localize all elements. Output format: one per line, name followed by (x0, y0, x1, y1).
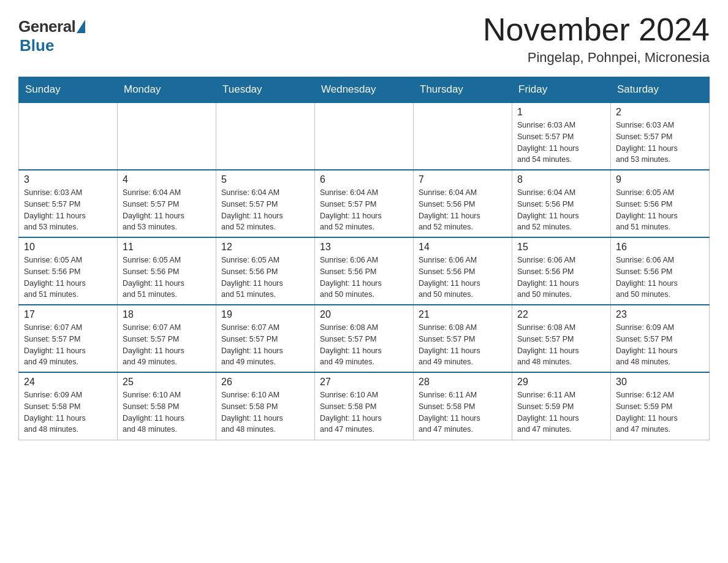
day-number: 26 (221, 377, 309, 388)
day-info: Sunrise: 6:08 AM Sunset: 5:57 PM Dayligh… (419, 322, 507, 368)
day-number: 25 (123, 377, 211, 388)
calendar-cell: 15Sunrise: 6:06 AM Sunset: 5:56 PM Dayli… (512, 237, 611, 305)
calendar-cell: 5Sunrise: 6:04 AM Sunset: 5:57 PM Daylig… (216, 170, 315, 237)
day-number: 9 (616, 174, 704, 185)
calendar-week-3: 10Sunrise: 6:05 AM Sunset: 5:56 PM Dayli… (19, 237, 710, 305)
calendar-week-4: 17Sunrise: 6:07 AM Sunset: 5:57 PM Dayli… (19, 305, 710, 372)
calendar-cell: 17Sunrise: 6:07 AM Sunset: 5:57 PM Dayli… (19, 305, 118, 372)
calendar-cell: 28Sunrise: 6:11 AM Sunset: 5:58 PM Dayli… (414, 372, 512, 440)
day-info: Sunrise: 6:07 AM Sunset: 5:57 PM Dayligh… (123, 322, 211, 368)
calendar-cell: 6Sunrise: 6:04 AM Sunset: 5:57 PM Daylig… (315, 170, 414, 237)
calendar-cell: 29Sunrise: 6:11 AM Sunset: 5:59 PM Dayli… (512, 372, 611, 440)
day-info: Sunrise: 6:10 AM Sunset: 5:58 PM Dayligh… (320, 389, 408, 435)
calendar-cell: 27Sunrise: 6:10 AM Sunset: 5:58 PM Dayli… (315, 372, 414, 440)
calendar-cell: 20Sunrise: 6:08 AM Sunset: 5:57 PM Dayli… (315, 305, 414, 372)
day-number: 5 (221, 174, 309, 185)
day-info: Sunrise: 6:09 AM Sunset: 5:58 PM Dayligh… (24, 389, 112, 435)
day-info: Sunrise: 6:06 AM Sunset: 5:56 PM Dayligh… (320, 255, 408, 301)
day-number: 7 (419, 174, 507, 185)
calendar-cell: 1Sunrise: 6:03 AM Sunset: 5:57 PM Daylig… (512, 102, 611, 170)
day-info: Sunrise: 6:11 AM Sunset: 5:58 PM Dayligh… (419, 389, 507, 435)
day-number: 17 (24, 309, 112, 320)
title-area: November 2024 Pingelap, Pohnpei, Microne… (483, 12, 710, 66)
day-info: Sunrise: 6:03 AM Sunset: 5:57 PM Dayligh… (517, 120, 605, 166)
day-number: 16 (616, 242, 704, 253)
day-number: 27 (320, 377, 408, 388)
day-number: 8 (517, 174, 605, 185)
day-info: Sunrise: 6:04 AM Sunset: 5:57 PM Dayligh… (221, 187, 309, 233)
day-number: 30 (616, 377, 704, 388)
day-info: Sunrise: 6:06 AM Sunset: 5:56 PM Dayligh… (616, 255, 704, 301)
day-info: Sunrise: 6:04 AM Sunset: 5:57 PM Dayligh… (123, 187, 211, 233)
column-header-wednesday: Wednesday (315, 77, 414, 103)
day-number: 6 (320, 174, 408, 185)
day-info: Sunrise: 6:03 AM Sunset: 5:57 PM Dayligh… (24, 187, 112, 233)
calendar-cell: 19Sunrise: 6:07 AM Sunset: 5:57 PM Dayli… (216, 305, 315, 372)
day-info: Sunrise: 6:10 AM Sunset: 5:58 PM Dayligh… (221, 389, 309, 435)
calendar-header-row: SundayMondayTuesdayWednesdayThursdayFrid… (19, 77, 710, 103)
calendar-cell: 12Sunrise: 6:05 AM Sunset: 5:56 PM Dayli… (216, 237, 315, 305)
day-info: Sunrise: 6:06 AM Sunset: 5:56 PM Dayligh… (419, 255, 507, 301)
calendar-cell: 24Sunrise: 6:09 AM Sunset: 5:58 PM Dayli… (19, 372, 118, 440)
day-info: Sunrise: 6:05 AM Sunset: 5:56 PM Dayligh… (221, 255, 309, 301)
day-number: 28 (419, 377, 507, 388)
calendar-week-1: 1Sunrise: 6:03 AM Sunset: 5:57 PM Daylig… (19, 102, 710, 170)
day-number: 15 (517, 242, 605, 253)
calendar-week-2: 3Sunrise: 6:03 AM Sunset: 5:57 PM Daylig… (19, 170, 710, 237)
day-number: 22 (517, 309, 605, 320)
calendar-cell: 30Sunrise: 6:12 AM Sunset: 5:59 PM Dayli… (611, 372, 710, 440)
logo-triangle-icon (77, 20, 85, 33)
calendar-cell (19, 102, 118, 170)
calendar-cell: 11Sunrise: 6:05 AM Sunset: 5:56 PM Dayli… (118, 237, 216, 305)
column-header-monday: Monday (118, 77, 216, 103)
day-info: Sunrise: 6:04 AM Sunset: 5:56 PM Dayligh… (517, 187, 605, 233)
logo: General Blue (18, 17, 85, 55)
calendar-cell: 18Sunrise: 6:07 AM Sunset: 5:57 PM Dayli… (118, 305, 216, 372)
day-info: Sunrise: 6:11 AM Sunset: 5:59 PM Dayligh… (517, 389, 605, 435)
logo-general-text: General (18, 17, 75, 36)
month-title: November 2024 (483, 12, 710, 47)
calendar-cell: 10Sunrise: 6:05 AM Sunset: 5:56 PM Dayli… (19, 237, 118, 305)
day-number: 21 (419, 309, 507, 320)
day-info: Sunrise: 6:06 AM Sunset: 5:56 PM Dayligh… (517, 255, 605, 301)
column-header-sunday: Sunday (19, 77, 118, 103)
column-header-friday: Friday (512, 77, 611, 103)
day-info: Sunrise: 6:04 AM Sunset: 5:56 PM Dayligh… (419, 187, 507, 233)
calendar-cell: 2Sunrise: 6:03 AM Sunset: 5:57 PM Daylig… (611, 102, 710, 170)
day-number: 3 (24, 174, 112, 185)
logo-blue-text: Blue (20, 36, 54, 55)
calendar-cell: 8Sunrise: 6:04 AM Sunset: 5:56 PM Daylig… (512, 170, 611, 237)
calendar-cell: 4Sunrise: 6:04 AM Sunset: 5:57 PM Daylig… (118, 170, 216, 237)
header: General Blue November 2024 Pingelap, Poh… (18, 12, 710, 66)
day-info: Sunrise: 6:03 AM Sunset: 5:57 PM Dayligh… (616, 120, 704, 166)
day-info: Sunrise: 6:07 AM Sunset: 5:57 PM Dayligh… (24, 322, 112, 368)
day-number: 14 (419, 242, 507, 253)
day-info: Sunrise: 6:09 AM Sunset: 5:57 PM Dayligh… (616, 322, 704, 368)
calendar-cell: 21Sunrise: 6:08 AM Sunset: 5:57 PM Dayli… (414, 305, 512, 372)
day-info: Sunrise: 6:10 AM Sunset: 5:58 PM Dayligh… (123, 389, 211, 435)
day-number: 2 (616, 107, 704, 118)
calendar-cell: 13Sunrise: 6:06 AM Sunset: 5:56 PM Dayli… (315, 237, 414, 305)
calendar-cell (118, 102, 216, 170)
calendar-cell: 16Sunrise: 6:06 AM Sunset: 5:56 PM Dayli… (611, 237, 710, 305)
calendar-week-5: 24Sunrise: 6:09 AM Sunset: 5:58 PM Dayli… (19, 372, 710, 440)
calendar-cell: 25Sunrise: 6:10 AM Sunset: 5:58 PM Dayli… (118, 372, 216, 440)
day-info: Sunrise: 6:05 AM Sunset: 5:56 PM Dayligh… (123, 255, 211, 301)
day-number: 13 (320, 242, 408, 253)
calendar-cell (414, 102, 512, 170)
day-number: 12 (221, 242, 309, 253)
day-number: 23 (616, 309, 704, 320)
calendar-cell (315, 102, 414, 170)
calendar-cell (216, 102, 315, 170)
day-number: 1 (517, 107, 605, 118)
calendar-cell: 9Sunrise: 6:05 AM Sunset: 5:56 PM Daylig… (611, 170, 710, 237)
calendar-cell: 23Sunrise: 6:09 AM Sunset: 5:57 PM Dayli… (611, 305, 710, 372)
day-number: 24 (24, 377, 112, 388)
day-number: 29 (517, 377, 605, 388)
day-number: 11 (123, 242, 211, 253)
day-number: 4 (123, 174, 211, 185)
column-header-saturday: Saturday (611, 77, 710, 103)
day-number: 19 (221, 309, 309, 320)
day-info: Sunrise: 6:05 AM Sunset: 5:56 PM Dayligh… (24, 255, 112, 301)
calendar: SundayMondayTuesdayWednesdayThursdayFrid… (18, 77, 710, 440)
